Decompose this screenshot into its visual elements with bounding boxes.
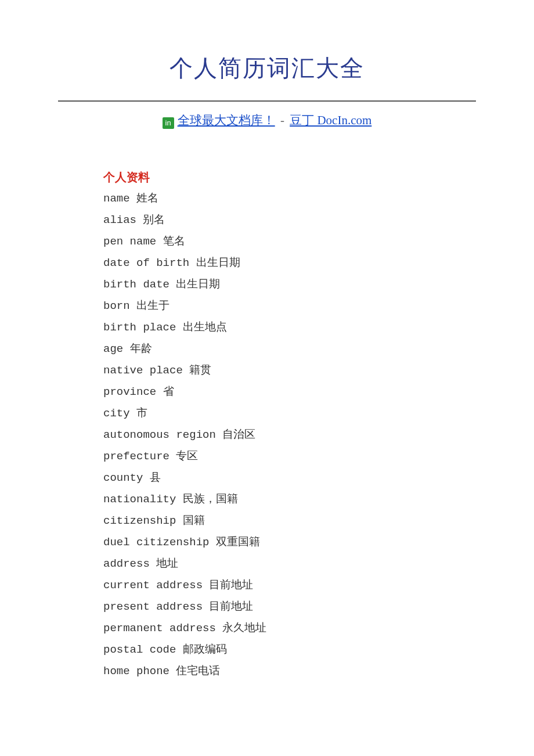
section-heading: 个人资料	[103, 170, 453, 185]
term-row: province 省	[103, 387, 453, 398]
term-row: native place 籍贯	[103, 365, 453, 376]
document-page: 个人简历词汇大全 in全球最大文档库！ - 豆丁 DocIn.com 个人资料 …	[0, 0, 534, 722]
source-link-2[interactable]: 豆丁 DocIn.com	[290, 113, 371, 127]
divider	[58, 100, 476, 102]
term-row: duel citizenship 双重国籍	[103, 537, 453, 548]
term-row: birth date 出生日期	[103, 279, 453, 290]
term-row: born 出生于	[103, 301, 453, 312]
term-row: present address 目前地址	[103, 602, 453, 613]
dash-separator: -	[277, 113, 288, 127]
term-row: home phone 住宅电话	[103, 666, 453, 677]
content-column: 个人资料 name 姓名alias 别名pen name 笔名date of b…	[103, 170, 453, 677]
term-row: current address 目前地址	[103, 580, 453, 591]
term-row: prefecture 专区	[103, 451, 453, 462]
term-row: citizenship 国籍	[103, 516, 453, 527]
term-row: name 姓名	[103, 193, 453, 204]
source-link-row: in全球最大文档库！ - 豆丁 DocIn.com	[58, 112, 476, 129]
term-row: pen name 笔名	[103, 236, 453, 247]
term-row: age 年龄	[103, 344, 453, 355]
term-row: city 市	[103, 408, 453, 419]
term-row: county 县	[103, 473, 453, 484]
terms-list: name 姓名alias 别名pen name 笔名date of birth …	[103, 193, 453, 677]
page-title: 个人简历词汇大全	[58, 52, 476, 84]
term-row: nationality 民族，国籍	[103, 494, 453, 505]
term-row: autonomous region 自治区	[103, 430, 453, 441]
term-row: alias 别名	[103, 215, 453, 226]
docin-icon: in	[163, 117, 174, 129]
term-row: postal code 邮政编码	[103, 645, 453, 656]
term-row: address 地址	[103, 559, 453, 570]
term-row: permanent address 永久地址	[103, 623, 453, 634]
term-row: date of birth 出生日期	[103, 258, 453, 269]
term-row: birth place 出生地点	[103, 322, 453, 333]
source-link-1[interactable]: 全球最大文档库！	[178, 113, 275, 127]
